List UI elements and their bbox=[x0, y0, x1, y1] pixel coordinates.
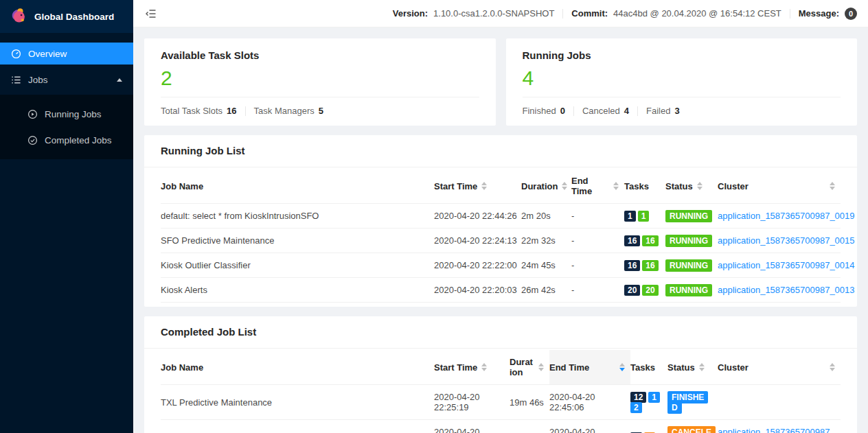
stat-label: Canceled bbox=[582, 106, 620, 116]
version-info: Version: 1.10.0-csa1.2.0.0-SNAPSHOT Comm… bbox=[393, 8, 857, 20]
divider bbox=[637, 106, 638, 116]
sorter-icon-active[interactable] bbox=[619, 363, 625, 371]
table-row: TXL Predictive Maintenance 2020-04-20 22… bbox=[161, 385, 841, 420]
job-name: Kiosk Outlier Classifier bbox=[161, 253, 434, 278]
chevron-up-icon bbox=[117, 78, 122, 82]
jobs-submenu: Running Jobs Completed Jobs bbox=[0, 95, 133, 159]
divider bbox=[573, 106, 574, 116]
table-title: Completed Job List bbox=[161, 326, 256, 338]
commit-value: 44ac4bd @ 20.04.2020 @ 16:54:12 CEST bbox=[613, 8, 781, 19]
card-title: Available Task Slots bbox=[161, 49, 479, 61]
end-time: - bbox=[571, 229, 624, 253]
menu-fold-icon[interactable] bbox=[146, 8, 157, 19]
cluster-link[interactable]: application_1587365700987_0019 bbox=[718, 211, 855, 221]
sidebar-item-label: Running Jobs bbox=[45, 109, 102, 119]
running-job-table: Job Name Start Time Duration End Time Ta… bbox=[144, 167, 857, 307]
completed-job-list-card: Completed Job List Job Name Start Time D… bbox=[144, 316, 857, 433]
column-header: Start Time bbox=[434, 181, 477, 191]
job-name: SFO Predictive Maintenance bbox=[161, 229, 434, 253]
sidebar-item-overview[interactable]: Overview bbox=[0, 43, 133, 65]
status-cell: RUNNING bbox=[665, 253, 718, 278]
tasks-cell: 1212 bbox=[630, 385, 667, 420]
tasks-total-badge: 20 bbox=[624, 285, 640, 296]
sorter-icon[interactable] bbox=[697, 182, 703, 190]
stat-value: 16 bbox=[227, 106, 236, 116]
status-badge: RUNNING bbox=[665, 235, 712, 247]
table-row: Kiosk Outlier Classifier 2020-04-20 22:2… bbox=[161, 253, 841, 278]
table-header-row: Job Name Start Time Duration End Time Ta… bbox=[161, 169, 841, 204]
cluster-cell: application_1587365700987_0015 bbox=[718, 229, 841, 253]
status-cell: RUNNING bbox=[665, 229, 718, 253]
tasks-cell: 2020 bbox=[624, 278, 665, 303]
end-time: - bbox=[571, 253, 624, 278]
sorter-icon[interactable] bbox=[830, 363, 835, 371]
column-header: Status bbox=[667, 362, 695, 373]
divider bbox=[562, 9, 563, 19]
sorter-icon[interactable] bbox=[538, 363, 544, 371]
commit-label: Commit: bbox=[571, 8, 608, 19]
topbar: Version: 1.10.0-csa1.2.0.0-SNAPSHOT Comm… bbox=[133, 0, 868, 27]
sorter-icon[interactable] bbox=[830, 182, 835, 190]
message-label: Message: bbox=[799, 8, 839, 19]
tasks-running-badge: 16 bbox=[642, 260, 658, 271]
table-row: default: select * from KioskIntrusionSFO… bbox=[161, 204, 841, 229]
sidebar-item-label: Overview bbox=[28, 49, 67, 59]
tasks-total-badge: 16 bbox=[624, 260, 640, 271]
column-header: Duration bbox=[510, 357, 534, 377]
sidebar-item-running-jobs[interactable]: Running Jobs bbox=[0, 103, 133, 125]
cluster-cell bbox=[718, 385, 841, 420]
sidebar-item-completed-jobs[interactable]: Completed Jobs bbox=[0, 129, 133, 151]
cluster-link[interactable]: application_1587365700987_0019 bbox=[718, 427, 835, 433]
end-time: 2020-04-20 22:45:06 bbox=[549, 385, 630, 420]
sorter-icon[interactable] bbox=[699, 363, 705, 371]
column-header: End Time bbox=[571, 176, 609, 196]
available-task-slots-value: 2 bbox=[161, 67, 479, 90]
job-name: Kiosk Alerts bbox=[161, 278, 434, 303]
running-jobs-value: 4 bbox=[523, 67, 841, 90]
completed-job-table: Job Name Start Time Duration End Time Ta… bbox=[144, 349, 857, 433]
flink-squirrel-logo-icon bbox=[10, 6, 27, 27]
sorter-icon[interactable] bbox=[481, 182, 487, 190]
start-time: 2020-04-20 22:25:19 bbox=[434, 385, 510, 420]
duration: 22m 32s bbox=[521, 229, 571, 253]
divider bbox=[790, 9, 790, 19]
column-header: Tasks bbox=[630, 362, 655, 373]
start-time: 2020-04-20 22:24:13 bbox=[434, 229, 521, 253]
cluster-link[interactable]: application_1587365700987_0014 bbox=[718, 260, 855, 270]
main-area: Version: 1.10.0-csa1.2.0.0-SNAPSHOT Comm… bbox=[133, 0, 868, 433]
status-badge: RUNNING bbox=[665, 259, 712, 272]
stat-label: Failed bbox=[646, 106, 670, 116]
app-logo[interactable]: Global Dashboard bbox=[0, 0, 133, 33]
sorter-icon[interactable] bbox=[481, 363, 487, 371]
stat-label: Task Managers bbox=[254, 106, 315, 116]
message-count-badge[interactable]: 0 bbox=[845, 8, 857, 20]
version-label: Version: bbox=[393, 8, 428, 19]
tasks-cell: 1616 bbox=[624, 229, 665, 253]
status-badge: FINISHED bbox=[667, 391, 708, 414]
job-name: default: select * from KioskIntrusionSFO bbox=[161, 420, 434, 433]
available-task-slots-card: Available Task Slots 2 Total Task Slots … bbox=[144, 38, 496, 126]
column-header: Duration bbox=[521, 181, 558, 191]
sorter-icon[interactable] bbox=[613, 182, 619, 190]
sidebar-item-jobs[interactable]: Jobs bbox=[0, 69, 133, 91]
table-row: default: select * from KioskIntrusionSFO… bbox=[161, 420, 841, 433]
duration: 19m 46s bbox=[510, 385, 549, 420]
status-cell: FINISHED bbox=[667, 385, 718, 420]
app-title: Global Dashboard bbox=[34, 12, 114, 22]
start-time: 2020-04-20 22:44:26 bbox=[434, 204, 521, 229]
cluster-link[interactable]: application_1587365700987_0013 bbox=[718, 285, 855, 295]
status-cell: RUNNING bbox=[665, 278, 718, 303]
stat-value: 3 bbox=[674, 106, 679, 116]
divider bbox=[161, 97, 479, 97]
sorter-icon[interactable] bbox=[562, 182, 567, 190]
app-root: Global Dashboard Overview Jobs bbox=[0, 0, 868, 433]
list-icon bbox=[11, 75, 21, 85]
tasks-total-badge: 1 bbox=[624, 211, 636, 222]
table-title: Running Job List bbox=[161, 145, 244, 156]
column-header: Status bbox=[665, 181, 693, 191]
cluster-cell: application_1587365700987_0019 bbox=[718, 204, 841, 229]
status-badge: CANCELED bbox=[667, 426, 716, 433]
table-row: Kiosk Alerts 2020-04-20 22:20:03 26m 42s… bbox=[161, 278, 841, 303]
table-header-row: Job Name Start Time Duration End Time Ta… bbox=[161, 350, 841, 385]
cluster-link[interactable]: application_1587365700987_0015 bbox=[718, 235, 855, 246]
